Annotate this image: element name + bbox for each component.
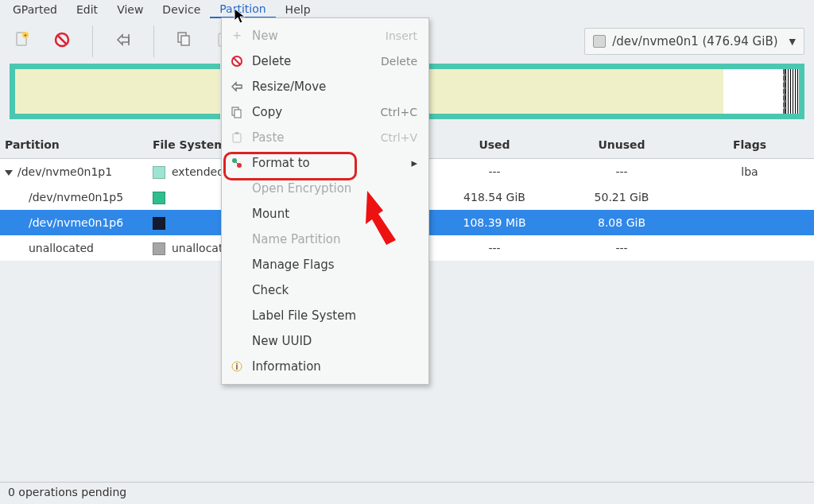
menu-gparted[interactable]: GParted: [3, 2, 67, 17]
menu-item-new-uuid[interactable]: New UUID: [222, 328, 428, 354]
menu-item-format-to[interactable]: Format to▸: [222, 150, 428, 176]
menu-item-label: Manage Flags: [252, 258, 335, 272]
svg-text:+: +: [232, 29, 242, 41]
menu-item-label: Format to: [252, 156, 310, 170]
col-used[interactable]: Used: [431, 138, 558, 151]
toolbar-separator: [92, 25, 93, 57]
svg-text:✦: ✦: [23, 33, 28, 39]
menu-item-label-file-system[interactable]: Label File System: [222, 303, 428, 328]
copy-icon: [230, 105, 244, 119]
partition-name: /dev/nvme0n1p6: [29, 216, 123, 229]
col-unused[interactable]: Unused: [558, 138, 685, 151]
toolbar-separator: [153, 25, 154, 57]
fs-swatch-icon: [153, 166, 165, 179]
partition-name: /dev/nvme0n1p1: [17, 165, 112, 178]
delete-icon: [230, 54, 244, 68]
menu-item-new: +NewInsert: [222, 23, 428, 48]
document-new-icon: ✦: [14, 31, 30, 52]
menu-item-label: New UUID: [252, 334, 312, 348]
svg-rect-7: [181, 36, 189, 45]
fs-swatch-icon: [153, 192, 165, 204]
blank-icon: [230, 308, 244, 323]
copy-button[interactable]: [172, 29, 197, 54]
menu-item-shortcut: Ctrl+V: [381, 131, 417, 144]
menu-item-label: Open Encryption: [252, 181, 351, 196]
menu-item-label: Label File System: [252, 308, 356, 323]
fs-swatch-icon: [153, 217, 165, 230]
cell-flags: lba: [685, 165, 814, 178]
menu-item-label: New: [252, 29, 278, 43]
resize-icon: [114, 31, 132, 52]
format-icon: [230, 156, 244, 170]
cell-used: 108.39 MiB: [431, 216, 558, 229]
blank-icon: [230, 181, 244, 196]
svg-rect-14: [235, 110, 241, 118]
copy-icon: [176, 31, 192, 52]
paste-icon: [230, 130, 244, 145]
device-label: /dev/nvme0n1 (476.94 GiB): [612, 34, 777, 48]
device-selector[interactable]: /dev/nvme0n1 (476.94 GiB) ▼: [584, 28, 804, 55]
menu-item-shortcut: Ctrl+C: [381, 106, 417, 118]
menu-item-check[interactable]: Check: [222, 277, 428, 303]
cell-used: 418.54 GiB: [431, 191, 558, 204]
delete-partition-button[interactable]: [49, 29, 75, 54]
menu-item-label: Check: [252, 283, 289, 297]
col-flags[interactable]: Flags: [685, 138, 814, 151]
delete-icon: [53, 31, 71, 52]
menu-item-paste: PasteCtrl+V: [222, 125, 428, 150]
menu-item-delete[interactable]: DeleteDelete: [222, 48, 428, 74]
fs-swatch-icon: [153, 242, 165, 255]
svg-rect-16: [235, 132, 238, 134]
svg-line-4: [58, 36, 66, 44]
menu-item-resize-move[interactable]: Resize/Move: [222, 74, 428, 99]
resize-icon: [230, 79, 244, 94]
svg-marker-21: [366, 191, 396, 245]
blank-icon: [230, 207, 244, 221]
menu-help[interactable]: Help: [276, 2, 320, 17]
svg-rect-15: [233, 134, 241, 142]
blank-icon: [230, 232, 244, 246]
menu-item-copy[interactable]: CopyCtrl+C: [222, 99, 428, 125]
mouse-cursor: [234, 8, 248, 29]
menu-item-label: Resize/Move: [252, 79, 326, 94]
info-icon: i: [230, 359, 244, 374]
partition-name: unallocated: [29, 242, 94, 254]
menu-item-label: Delete: [252, 54, 291, 68]
disk-icon: [593, 35, 606, 48]
menu-item-label: Mount: [252, 207, 289, 221]
cell-unused: ---: [558, 165, 685, 178]
svg-line-12: [234, 58, 240, 64]
status-bar: 0 operations pending: [0, 482, 814, 504]
menu-device[interactable]: Device: [153, 2, 210, 17]
blank-icon: [230, 334, 244, 348]
menu-edit[interactable]: Edit: [67, 2, 107, 17]
menu-item-shortcut: Insert: [386, 29, 417, 42]
menu-item-label: Name Partition: [252, 232, 341, 246]
red-arrow-annotation: [359, 183, 423, 258]
chevron-down-icon: ▼: [789, 37, 796, 47]
blank-icon: [230, 258, 244, 272]
cell-used: ---: [431, 242, 558, 254]
cell-used: ---: [431, 165, 558, 178]
menu-item-label: Copy: [252, 105, 282, 119]
menu-item-label: Paste: [252, 130, 285, 145]
resize-move-button[interactable]: [110, 29, 136, 54]
pending-operations: 0 operations pending: [8, 486, 126, 498]
fs-label: extended: [172, 165, 224, 178]
svg-text:i: i: [235, 362, 238, 371]
menubar[interactable]: GParted Edit View Device Partition Help: [0, 0, 814, 19]
plus-icon: +: [230, 29, 244, 43]
cell-unused: ---: [558, 242, 685, 254]
submenu-arrow-icon: ▸: [411, 156, 417, 170]
partition-name: /dev/nvme0n1p5: [29, 191, 123, 204]
menu-view[interactable]: View: [107, 2, 153, 17]
new-partition-button[interactable]: ✦: [10, 29, 35, 54]
menu-item-shortcut: Delete: [381, 55, 417, 68]
menu-item-information[interactable]: iInformation: [222, 354, 428, 379]
cell-unused: 50.21 GiB: [558, 191, 685, 204]
blank-icon: [230, 283, 244, 297]
col-partition[interactable]: Partition: [0, 138, 153, 151]
menu-item-label: Information: [252, 359, 321, 374]
cell-unused: 8.08 GiB: [558, 216, 685, 229]
